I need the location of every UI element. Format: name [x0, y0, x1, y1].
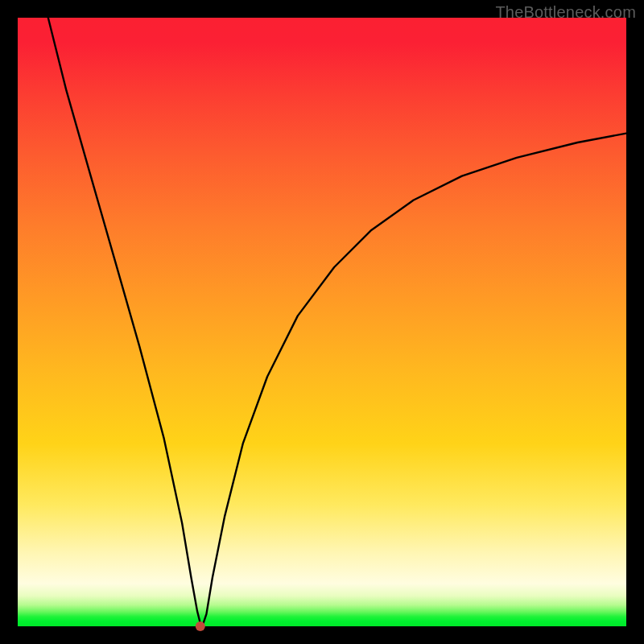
- curve-line: [48, 18, 626, 623]
- watermark-text: TheBottleneck.com: [495, 3, 636, 22]
- minimum-marker: [196, 621, 205, 631]
- chart-frame: TheBottleneck.com: [0, 0, 644, 644]
- bottleneck-curve: [18, 18, 626, 626]
- plot-area: [18, 18, 626, 626]
